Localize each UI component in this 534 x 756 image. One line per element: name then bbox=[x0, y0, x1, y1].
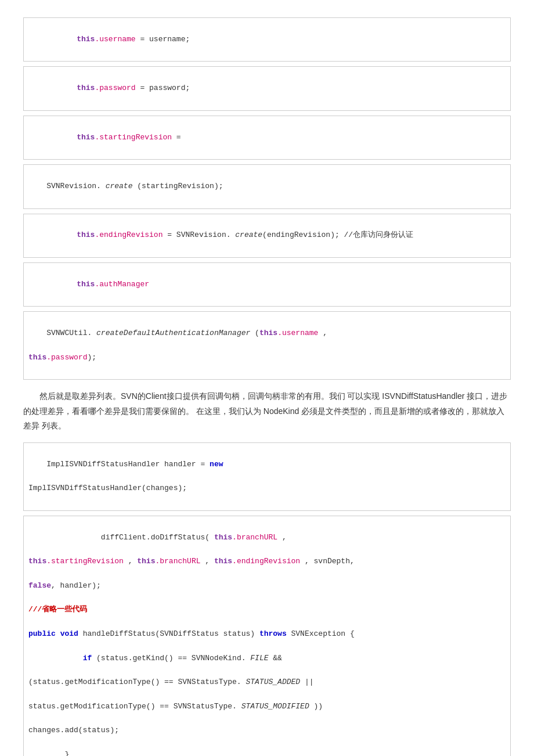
paragraph-1: 然后就是取差异列表。SVN的Client接口提供有回调句柄，回调句柄非常的有用。… bbox=[23, 389, 511, 433]
kw-this-6: this bbox=[28, 353, 46, 362]
svnwc-text: SVNWCUtil. createDefaultAuthenticationMa… bbox=[46, 329, 327, 337]
code-text-5: ); bbox=[87, 353, 96, 362]
code-block-impl1: ImplISVNDiffStatusHandler handler = new … bbox=[23, 442, 511, 511]
field-username: .username bbox=[95, 35, 135, 44]
field-startingRevision: .startingRevision bbox=[95, 133, 172, 142]
code-text-3: = bbox=[172, 133, 181, 142]
code-block-ending: this.endingRevision = SVNRevision. creat… bbox=[23, 214, 511, 258]
kw-this-5: this bbox=[77, 280, 95, 289]
diff-text-4: void handleDiffStatus(SVNDiffStatus stat… bbox=[56, 629, 355, 638]
field-ending: .endingRevision bbox=[95, 231, 163, 239]
kw-this-2: this bbox=[77, 84, 95, 92]
impl-text-1: ImplISVNDiffStatusHandler handler = new bbox=[46, 460, 223, 469]
kw-false: false bbox=[28, 581, 51, 590]
impl-text-2: ImplISVNDiffStatusHandler(changes); bbox=[28, 484, 187, 492]
diff-text-9: } bbox=[28, 750, 69, 756]
code-svnrev1-text: SVNRevision. create (startingRevision); bbox=[46, 182, 223, 190]
code-block-diffclient: diffClient.doDiffStatus( this.branchURL … bbox=[23, 516, 511, 756]
field-startrev2: .startingRevision bbox=[46, 557, 124, 566]
kw-this-1: this bbox=[77, 35, 95, 44]
code-block-auth: this.authManager bbox=[23, 262, 511, 307]
diff-text-3: , handler); bbox=[51, 581, 101, 590]
diff-text-7: status.getModificationType() == SVNStatu… bbox=[28, 702, 323, 711]
kw-this-4: this bbox=[77, 231, 95, 239]
field-password: .password bbox=[95, 84, 135, 92]
code-block-svnrev1: SVNRevision. create (startingRevision); bbox=[23, 164, 511, 208]
comment-omit: ///省略一些代码 bbox=[28, 605, 87, 614]
diff-text-5: if (status.getKind() == SVNNodeKind. FIL… bbox=[28, 654, 282, 663]
diff-text-6: (status.getModificationType() == SVNStat… bbox=[28, 678, 314, 686]
main-content: this.username = username; this.password … bbox=[23, 17, 511, 756]
diff-text-2: , this.branchURL , this.endingRevision ,… bbox=[124, 557, 355, 566]
kw-public: public bbox=[28, 629, 56, 638]
code-block-3: this.startingRevision = bbox=[23, 116, 511, 160]
code-text-1: = username; bbox=[136, 35, 190, 44]
code-block-svnwc: SVNWCUtil. createDefaultAuthenticationMa… bbox=[23, 311, 511, 380]
code-block-1: this.username = username; bbox=[23, 17, 511, 62]
diff-text-8: changes.add(status); bbox=[28, 726, 119, 735]
field-password2: .password bbox=[46, 353, 87, 362]
kw-this-7: this bbox=[28, 557, 46, 566]
code-text-4: = SVNRevision. create(endingRevision); /… bbox=[163, 231, 413, 239]
diff-indent: diffClient.doDiffStatus( this.branchURL … bbox=[46, 533, 287, 542]
field-authmanager: .authManager bbox=[95, 280, 149, 289]
kw-this-3: this bbox=[77, 133, 95, 142]
code-text-2: = password; bbox=[136, 84, 190, 92]
code-block-2: this.password = password; bbox=[23, 66, 511, 110]
